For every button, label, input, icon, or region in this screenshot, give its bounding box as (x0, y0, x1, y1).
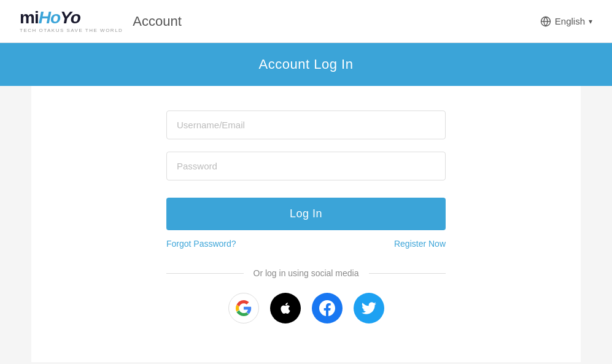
header-account-label: Account (133, 14, 182, 29)
apple-icon (278, 301, 293, 316)
form-links: Forgot Password? Register Now (166, 239, 446, 249)
social-divider-text: Or log in using social media (254, 268, 359, 278)
logo-wordmark: miHoYo (20, 9, 80, 26)
header-left: miHoYo TECH OTAKUS SAVE THE WORLD Accoun… (20, 9, 182, 33)
google-icon (236, 300, 252, 316)
facebook-login-button[interactable] (312, 293, 343, 323)
login-card: Log In Forgot Password? Register Now Or … (31, 86, 581, 362)
main-content: Account Log In Log In Forgot Password? R… (0, 43, 612, 362)
login-button[interactable]: Log In (166, 198, 446, 230)
username-group (68, 110, 544, 139)
logo-yo: Yo (60, 8, 80, 27)
logo-ho: Ho (39, 8, 60, 27)
language-label: English (555, 16, 585, 26)
banner-title: Account Log In (259, 56, 354, 72)
divider-left (166, 273, 244, 274)
apple-login-button[interactable] (270, 293, 301, 323)
forgot-password-link[interactable]: Forgot Password? (166, 239, 236, 249)
login-banner: Account Log In (0, 43, 612, 86)
social-icons (68, 293, 544, 323)
google-login-button[interactable] (228, 293, 259, 323)
chevron-down-icon: ▾ (589, 17, 592, 26)
globe-icon (540, 16, 551, 27)
username-input[interactable] (166, 110, 446, 139)
header: miHoYo TECH OTAKUS SAVE THE WORLD Accoun… (0, 0, 612, 43)
divider-right (369, 273, 446, 274)
password-input[interactable] (166, 152, 446, 180)
logo-tagline: TECH OTAKUS SAVE THE WORLD (20, 28, 123, 33)
social-divider: Or log in using social media (166, 268, 446, 278)
register-link[interactable]: Register Now (394, 239, 446, 249)
facebook-icon (319, 300, 335, 316)
language-selector[interactable]: English ▾ (540, 16, 592, 27)
twitter-login-button[interactable] (354, 293, 384, 323)
twitter-icon (362, 301, 376, 316)
logo: miHoYo TECH OTAKUS SAVE THE WORLD (20, 9, 123, 33)
logo-mi: mi (20, 8, 39, 27)
password-group (68, 152, 544, 180)
